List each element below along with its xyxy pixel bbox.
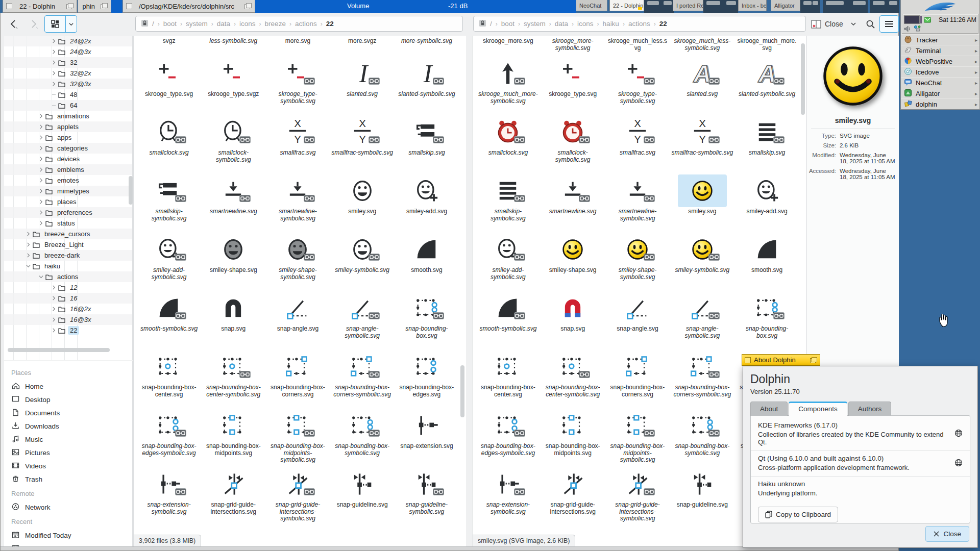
- file-item[interactable]: snap-angle-symbolic.svg: [330, 292, 395, 350]
- file-item[interactable]: XYsmallfrac.svg: [265, 116, 330, 174]
- breadcrumb-segment[interactable]: actions: [295, 20, 317, 28]
- split-dropdown-icon[interactable]: [848, 15, 859, 33]
- chevron-right-icon[interactable]: [37, 146, 44, 151]
- file-item[interactable]: snap-bounding-box-edges.svg: [395, 350, 459, 409]
- breadcrumb-segment[interactable]: 22: [659, 20, 667, 28]
- background-window-fragment[interactable]: [800, 0, 820, 13]
- file-item[interactable]: more-symbolic.svg: [395, 37, 459, 57]
- chevron-right-icon[interactable]: [37, 178, 44, 183]
- view-mode-button[interactable]: [44, 15, 77, 33]
- file-item[interactable]: snap-bounding-box-midpoints-symbolic.svg: [265, 409, 330, 468]
- file-item[interactable]: smiley-symbolic.svg: [330, 233, 395, 292]
- tree-item-actions[interactable]: actions: [4, 271, 132, 282]
- places-item-pictures[interactable]: Pictures: [4, 446, 132, 459]
- places-item-modified-yesterday[interactable]: Modified Yesterday: [4, 542, 132, 546]
- file-item[interactable]: snap-bounding-box.svg: [395, 292, 459, 350]
- file-item[interactable]: smiley-symbolic.svg: [670, 233, 734, 292]
- deskbar-app-icedove[interactable]: Icedove▸: [901, 66, 979, 77]
- file-item[interactable]: snap-extension.svg: [395, 409, 459, 468]
- breadcrumb-left[interactable]: /›boot›system›data›icons›breeze›actions›…: [135, 16, 463, 32]
- tree-item-breeze_cursors[interactable]: breeze_cursors: [4, 229, 132, 239]
- globe-link-icon[interactable]: [954, 429, 963, 439]
- chevron-right-icon[interactable]: [37, 221, 44, 226]
- file-item[interactable]: smallskip.svg: [395, 116, 459, 174]
- file-item[interactable]: snap-bounding-box-center.svg: [137, 350, 201, 409]
- tree-item-breeze-dark[interactable]: breeze-dark: [4, 250, 132, 261]
- file-item[interactable]: skrooge_type-symbolic.svg: [265, 57, 330, 116]
- file-item[interactable]: smooth.svg: [734, 233, 799, 292]
- file-item[interactable]: skrooge_type-symbolic.svg: [605, 57, 670, 116]
- tree-item-Breeze_Light[interactable]: Breeze_Light: [4, 239, 132, 250]
- tree-vscrollbar[interactable]: [129, 176, 133, 205]
- file-item[interactable]: skrooge_more.svg: [476, 37, 541, 57]
- file-item[interactable]: snap-bounding-box-midpoints.svg: [201, 409, 265, 468]
- file-item[interactable]: smartnewline.svg: [201, 174, 265, 233]
- places-item-home[interactable]: Home: [4, 380, 132, 393]
- background-window-fragment[interactable]: [644, 0, 674, 13]
- tree-item-places[interactable]: places: [4, 196, 132, 207]
- file-item[interactable]: skrooge_type.svgz: [201, 57, 265, 116]
- tree-item-mimetypes[interactable]: mimetypes: [4, 186, 132, 196]
- file-item[interactable]: snap-bounding-box-center-symbolic.svg: [201, 350, 265, 409]
- tree-item-haiku[interactable]: haiku: [4, 261, 132, 271]
- file-item[interactable]: snap-guideline.svg: [670, 468, 734, 527]
- file-item[interactable]: Islanted-symbolic.svg: [395, 57, 459, 116]
- window-tab[interactable]: phin: [78, 0, 111, 13]
- file-item[interactable]: smiley-add.svg: [395, 174, 459, 233]
- places-item-desktop[interactable]: Desktop: [4, 393, 132, 406]
- tree-item-applets[interactable]: applets: [4, 121, 132, 132]
- file-item[interactable]: XYsmallfrac-symbolic.svg: [330, 116, 395, 174]
- breadcrumb-segment[interactable]: haiku: [603, 20, 619, 28]
- copy-to-clipboard-button[interactable]: Copy to Clipboard: [758, 507, 838, 522]
- chevron-right-icon[interactable]: [37, 167, 44, 172]
- chevron-right-icon[interactable]: [50, 39, 57, 43]
- chevron-right-icon[interactable]: [37, 199, 44, 204]
- file-item[interactable]: snap-bounding-box-center-symbolic.svg: [541, 350, 605, 409]
- chevron-right-icon[interactable]: [50, 296, 57, 300]
- file-item[interactable]: smiley.svg: [330, 174, 395, 233]
- tree-hscrollbar[interactable]: [8, 348, 110, 352]
- about-dialog-title-tab[interactable]: About Dolphin: [742, 354, 820, 366]
- file-item[interactable]: snap-guideline-symbolic.svg: [395, 468, 459, 527]
- file-item[interactable]: smallskip-symbolic.svg: [476, 174, 541, 233]
- volume-tray-icon[interactable]: [904, 26, 911, 32]
- dialog-zoom-box[interactable]: [810, 357, 817, 363]
- file-item[interactable]: XYsmallfrac.svg: [605, 116, 670, 174]
- chevron-right-icon[interactable]: [37, 189, 44, 193]
- tab-close-box[interactable]: [126, 3, 132, 9]
- file-item[interactable]: smallclock-symbolic.svg: [201, 116, 265, 174]
- file-item[interactable]: snap-bounding-box-symbolic.svg: [670, 409, 734, 468]
- background-window-fragment[interactable]: [870, 0, 899, 13]
- file-item[interactable]: AAslanted.svg: [670, 57, 734, 116]
- search-icon[interactable]: [863, 15, 877, 33]
- tree-item-16@3x[interactable]: 16@3x: [4, 314, 132, 325]
- deskbar-app-dolphin[interactable]: dolphin▸: [901, 98, 979, 109]
- file-item[interactable]: smartnewline.svg: [541, 174, 605, 233]
- chevron-right-icon[interactable]: [50, 317, 57, 322]
- haiku-leaf-logo[interactable]: [901, 0, 979, 13]
- breadcrumb-segment[interactable]: icons: [239, 20, 256, 28]
- file-item[interactable]: skrooge_much_less.svg: [605, 37, 670, 57]
- chevron-right-icon[interactable]: [50, 49, 57, 54]
- breadcrumb-segment[interactable]: boot: [163, 20, 177, 28]
- deskbar-clock[interactable]: Sat 11:26 AM: [939, 16, 976, 23]
- breadcrumb-segment[interactable]: system: [186, 20, 208, 28]
- file-item[interactable]: smiley-add.svg: [734, 174, 799, 233]
- tab-zoom-box[interactable]: [66, 3, 74, 9]
- chevron-right-icon[interactable]: [50, 328, 57, 333]
- places-item-modified-today[interactable]: Modified Today: [4, 529, 132, 542]
- tree-item-apps[interactable]: apps: [4, 132, 132, 143]
- file-item[interactable]: snap-extension-symbolic.svg: [137, 468, 201, 527]
- dialog-close-button[interactable]: Close: [925, 526, 969, 542]
- tree-item-emotes[interactable]: emotes: [4, 175, 132, 186]
- places-item-music[interactable]: Music: [4, 433, 132, 446]
- background-window-fragment[interactable]: [823, 0, 868, 13]
- dialog-tab-authors[interactable]: Authors: [848, 402, 892, 416]
- workspace-preview-icon[interactable]: [904, 15, 922, 24]
- chevron-right-icon[interactable]: [50, 71, 57, 76]
- file-item[interactable]: AAslanted-symbolic.svg: [734, 57, 799, 116]
- breadcrumb-segment[interactable]: boot: [501, 20, 514, 28]
- breadcrumb-segment[interactable]: 22: [326, 20, 334, 28]
- tree-item-categories[interactable]: categories: [4, 143, 132, 154]
- breadcrumb-segment[interactable]: data: [217, 20, 230, 28]
